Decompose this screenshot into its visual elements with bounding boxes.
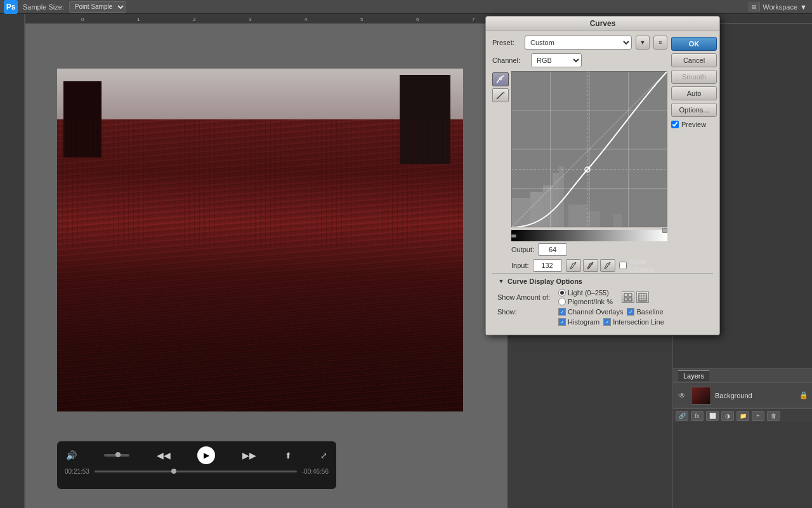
ok-button[interactable]: OK [671,37,717,51]
output-row: Output: [511,243,667,256]
svg-rect-21 [543,185,553,227]
pigment-radio-btn[interactable] [558,298,566,305]
smooth-button[interactable]: Smooth [671,70,717,84]
layer-link-btn[interactable]: 🔗 [676,411,688,421]
volume-button[interactable]: 🔊 [65,449,78,462]
curves-dialog: Curves Preset: Custom ▼ ≡ Channel: RG [485,16,720,335]
black-point-eyedropper[interactable] [566,259,581,272]
svg-rect-41 [624,298,627,301]
remaining-time: -00:46:56 [302,468,329,475]
layer-lock-icon: 🔒 [799,391,808,399]
curves-graph-wrapper[interactable] [511,71,667,227]
auto-button[interactable]: Auto [671,86,717,100]
histogram-option: ✓ Histogram [558,318,599,326]
ruler-left [0,14,25,508]
curves-bottom-area [511,229,667,241]
share-button[interactable]: ⬆ [284,450,293,462]
channel-row: Channel: RGB [492,53,667,67]
curve-pen-tool[interactable] [492,72,509,86]
show-options-row-2: ✓ Histogram ✓ Intersection Line [497,318,708,326]
pigment-label: Pigment/Ink % [568,298,613,305]
svg-rect-19 [511,198,530,227]
svg-text:6: 6 [416,17,419,22]
show-clipping-checkbox[interactable] [619,262,627,269]
output-value-input[interactable] [538,243,567,256]
volume-handle [115,452,121,457]
channel-select[interactable]: RGB [531,53,582,67]
input-label: Input: [511,262,529,269]
intersection-checkbox[interactable]: ✓ [603,318,611,326]
next-frame-button[interactable]: ▶▶ [241,449,258,462]
preset-label: Preset: [492,39,521,46]
curves-graph-area: Output: Input: [492,71,667,273]
dialog-left-section: Preset: Custom ▼ ≡ Channel: RGB [492,36,671,273]
curve-display-options: ▼ Curve Display Options Show Amount of: … [492,273,713,330]
roof-svg [57,69,463,411]
show-amount-label: Show Amount of: [497,293,554,301]
layer-fx-btn[interactable]: fx [691,411,704,421]
svg-rect-40 [629,293,632,297]
layer-background[interactable]: 👁 Background 🔒 [673,383,812,408]
white-point-handle[interactable] [662,228,667,233]
pigment-radio-option[interactable]: Pigment/Ink % [558,298,613,305]
dialog-titlebar: Curves [486,17,719,30]
prev-frame-button[interactable]: ◀◀ [155,449,172,462]
light-radio-option[interactable]: Light (0–255) [558,289,613,297]
sample-size-select[interactable]: Point Sample [69,1,126,13]
cancel-button[interactable]: Cancel [671,53,717,67]
svg-text:3: 3 [249,17,252,22]
layer-delete-btn[interactable]: 🗑 [767,411,780,421]
input-eyedrop-row: Input: [511,258,667,273]
white-point-eyedropper[interactable] [600,259,615,272]
input-value-field[interactable] [533,259,562,272]
histogram-checkbox[interactable]: ✓ [558,318,566,326]
volume-slider[interactable] [104,454,129,457]
fullscreen-button[interactable]: ⤢ [319,450,329,462]
section-collapse-arrow[interactable]: ▼ [497,277,505,285]
grid-size-icons [622,291,649,303]
preset-select[interactable]: Custom [525,36,632,50]
curve-pencil-tool[interactable] [492,88,509,102]
layer-group-btn[interactable]: 📁 [737,411,749,421]
light-radio-btn[interactable] [558,289,566,297]
ps-logo: Ps [4,0,18,14]
layer-adjust-btn[interactable]: ◑ [721,411,734,421]
svg-rect-26 [613,214,622,227]
workspace-arrow-icon: ▼ [800,3,807,11]
layer-new-btn[interactable]: + [752,411,764,421]
svg-text:2: 2 [193,17,196,22]
layer-thumbnail [691,387,711,404]
grid-small-icon[interactable] [622,291,634,303]
eyedropper-tools [566,259,615,272]
midtone-eyedropper[interactable] [583,259,598,272]
svg-text:4: 4 [304,17,308,22]
layer-visibility-icon[interactable]: 👁 [677,391,687,401]
options-grid: Show Amount of: Light (0–255) Pigment/In… [497,289,708,326]
baseline-option: ✓ Baseline [627,308,663,316]
show-options-row: Show: ✓ Channel Overlays ✓ Baseline [497,308,708,316]
video-scrubber[interactable] [95,471,297,472]
svg-text:1: 1 [137,17,140,22]
scrubber-handle [171,469,176,474]
layer-mask-btn[interactable]: ⬜ [706,411,719,421]
layers-panel: Layers 👁 Background 🔒 🔗 fx ⬜ ◑ 📁 + 🗑 [673,368,812,508]
preset-list-button[interactable]: ≡ [653,36,667,50]
channel-overlays-option: ✓ Channel Overlays [558,308,623,316]
channel-overlays-label: Channel Overlays [568,308,623,316]
sample-size-label: Sample Size: [23,3,64,11]
layers-tab[interactable]: Layers [678,370,709,381]
grid-large-icon[interactable] [636,291,649,303]
show-clipping-label: Show Clipping [629,258,667,273]
preview-checkbox[interactable] [671,121,679,128]
show-amount-row: Show Amount of: Light (0–255) Pigment/In… [497,289,708,305]
options-button[interactable]: Options... [671,103,717,117]
svg-rect-24 [568,204,587,227]
play-button[interactable]: ▶ [197,446,215,464]
svg-rect-10 [0,14,25,508]
channel-overlays-checkbox[interactable]: ✓ [558,308,566,316]
workspace-bar: ⊞ Workspace ▼ [743,0,812,14]
preset-menu-button[interactable]: ▼ [636,36,650,50]
baseline-checkbox[interactable]: ✓ [627,308,634,316]
video-player: 🔊 ◀◀ ▶ ▶▶ ⬆ ⤢ 00:21:53 -00:46:56 [57,441,336,489]
input-gradient-bar [511,230,667,237]
